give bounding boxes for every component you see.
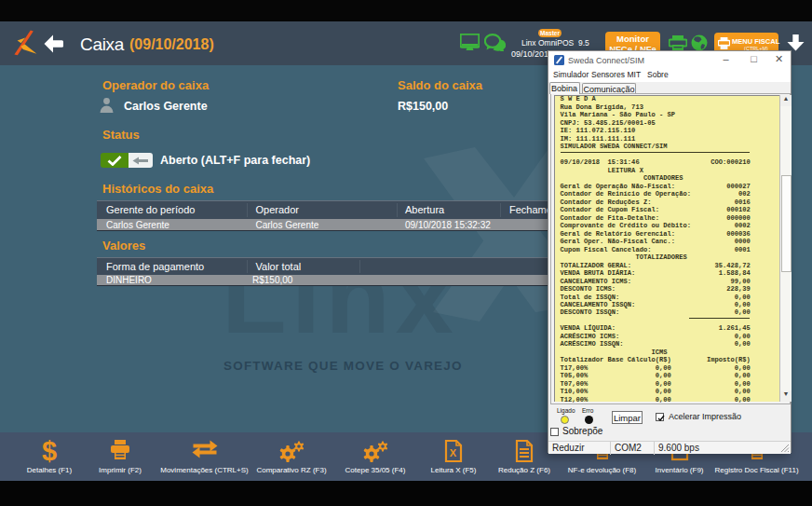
svg-text:X: X xyxy=(450,447,457,458)
